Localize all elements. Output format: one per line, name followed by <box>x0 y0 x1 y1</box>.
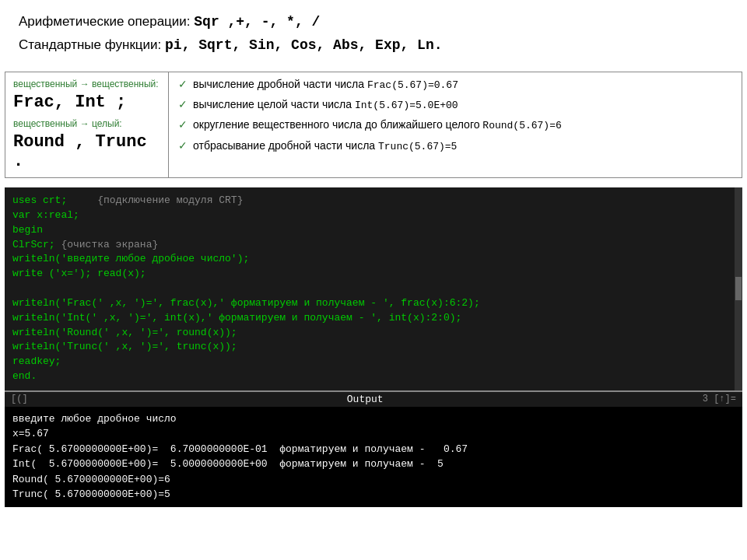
code-editor[interactable]: uses crt; {подключение модуля CRT} var x… <box>5 187 742 390</box>
code-line-11: readkey; <box>12 355 735 369</box>
checkmark-3: ✓ <box>178 138 189 154</box>
code-line-10: writeln('Trunc(' ,x, ')=', trunc(x)); <box>12 340 735 355</box>
output-bar-left: [(] <box>11 394 28 404</box>
scrollbar-thumb[interactable] <box>735 277 742 300</box>
right-text-2: округление вещественного числа до ближай… <box>193 117 562 133</box>
output-line-2: Frac( 5.6700000000E+00)= 6.7000000000E-0… <box>12 442 735 457</box>
code-line-6 <box>12 282 735 296</box>
left-funcs2: Round , Trunc . <box>13 132 160 171</box>
right-text-0: вычисление дробной части числа Frac(5.67… <box>193 77 458 93</box>
right-row-0: ✓ вычисление дробной части числа Frac(5.… <box>178 77 732 93</box>
checkmark-2: ✓ <box>178 117 189 133</box>
code-line-9: writeln('Round(' ,x, ')=', round(x)); <box>12 326 735 341</box>
line1-ops: Sqr ,+, -, *, / <box>194 14 320 30</box>
info-table: вещественный → вещественный: Frac, Int ;… <box>5 72 742 178</box>
checkmark-1: ✓ <box>178 97 189 113</box>
code-line-5: write ('x='); read(x); <box>12 267 735 282</box>
code-line-4: writeln('введите любое дробное число'); <box>12 252 735 267</box>
output-line-1: x=5.67 <box>12 426 735 442</box>
right-text-3: отбрасывание дробной части числа Trunc(5… <box>193 138 457 154</box>
code-line-2: begin <box>12 223 735 238</box>
left-label2: вещественный → целый: <box>13 118 160 129</box>
right-row-3: ✓ отбрасывание дробной части числа Trunc… <box>178 138 732 154</box>
line2-label: Стандартные функции: <box>19 37 161 52</box>
code-line-1: var x:real; <box>12 208 735 223</box>
right-text-1: вычисление целой части числа Int(5.67)=5… <box>193 97 458 113</box>
checkmark-0: ✓ <box>178 77 189 93</box>
line2: Стандартные функции: pi, Sqrt, Sin, Cos,… <box>19 37 728 53</box>
left-funcs1: Frac, Int ; <box>13 93 160 112</box>
output-line-5: Trunc( 5.6700000000E+00)=5 <box>12 487 735 502</box>
line2-ops: pi, Sqrt, Sin, Cos, Abs, Exp, Ln. <box>165 37 442 53</box>
output-bar: [(] Output 3 [↑]= <box>5 390 742 407</box>
code-line-3: ClrScr; {очистка экрана} <box>12 238 735 253</box>
left-label1: вещественный → вещественный: <box>13 79 160 89</box>
table-left: вещественный → вещественный: Frac, Int ;… <box>5 72 169 177</box>
output-line-0: введите любое дробное число <box>12 411 735 427</box>
right-row-2: ✓ округление вещественного числа до ближ… <box>178 117 732 133</box>
output-section: введите любое дробное число x=5.67 Frac(… <box>5 407 742 507</box>
table-right: ✓ вычисление дробной части числа Frac(5.… <box>169 72 742 177</box>
code-line-7: writeln('Frac(' ,x, ')=', frac(x),' форм… <box>12 296 735 311</box>
code-line-8: writeln('Int(' ,x, ')=', int(x),' формат… <box>12 311 735 326</box>
line1-label: Арифметические операции: <box>19 14 191 29</box>
code-line-0: uses crt; {подключение модуля CRT} <box>12 194 735 208</box>
top-section: Арифметические операции: Sqr ,+, -, *, /… <box>0 0 747 72</box>
output-bar-center: Output <box>347 394 384 405</box>
line1: Арифметические операции: Sqr ,+, -, *, / <box>19 14 728 30</box>
output-line-4: Round( 5.6700000000E+00)=6 <box>12 472 735 488</box>
code-line-12: end. <box>12 369 735 384</box>
right-row-1: ✓ вычисление целой части числа Int(5.67)… <box>178 97 732 113</box>
right-scrollbar[interactable] <box>735 187 742 390</box>
output-bar-right: 3 [↑]= <box>703 394 736 404</box>
output-line-3: Int( 5.6700000000E+00)= 5.0000000000E+00… <box>12 457 735 472</box>
